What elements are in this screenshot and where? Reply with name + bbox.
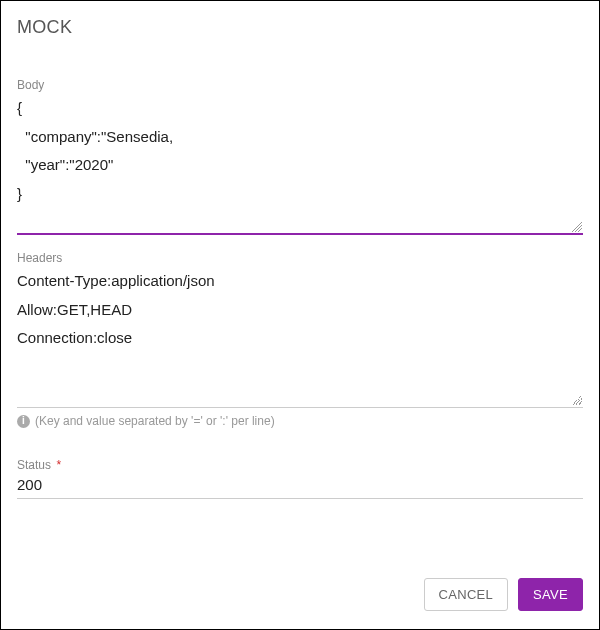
body-label: Body [17, 78, 583, 92]
headers-hint-text: (Key and value separated by '=' or ':' p… [35, 414, 275, 428]
body-textarea[interactable] [17, 94, 583, 235]
headers-textarea[interactable] [17, 267, 583, 408]
headers-hint: i (Key and value separated by '=' or ':'… [17, 414, 583, 428]
panel-title: MOCK [17, 17, 583, 38]
required-marker: * [56, 458, 61, 472]
mock-panel: MOCK Body Headers i (Key and value separ… [0, 0, 600, 630]
cancel-button[interactable]: CANCEL [424, 578, 509, 611]
save-button[interactable]: SAVE [518, 578, 583, 611]
status-label: Status * [17, 458, 583, 472]
headers-textarea-wrapper [17, 267, 583, 408]
status-input[interactable] [17, 474, 583, 499]
headers-field: Headers [17, 251, 583, 408]
body-textarea-wrapper [17, 94, 583, 235]
body-field: Body [17, 78, 583, 235]
status-label-text: Status [17, 458, 51, 472]
action-bar: CANCEL SAVE [424, 578, 583, 611]
status-field: Status * [17, 458, 583, 499]
headers-label: Headers [17, 251, 583, 265]
info-icon: i [17, 415, 30, 428]
